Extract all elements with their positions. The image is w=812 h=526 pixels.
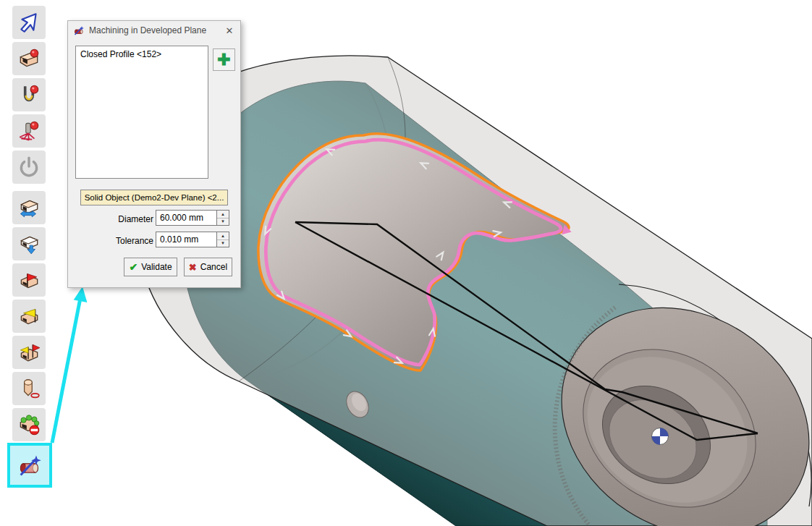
dialog-titlebar[interactable]: Machining in Developed Plane xyxy=(68,21,240,40)
diameter-spin-up-icon[interactable]: ▲ xyxy=(217,211,229,219)
machining-developed-plane-tool-button[interactable] xyxy=(7,443,52,488)
plus-icon: ✚ xyxy=(217,52,230,68)
tolerance-label: Tolerance xyxy=(68,236,153,246)
select-tool-button[interactable] xyxy=(12,6,46,39)
stock-box-icon xyxy=(17,46,41,71)
machining-developed-plane-dialog: Machining in Developed Plane ✕ Closed Pr… xyxy=(67,20,241,288)
add-profile-button[interactable]: ✚ xyxy=(213,48,235,71)
tolerance-spin-up-icon[interactable]: ▲ xyxy=(217,232,229,240)
box-rotate-icon xyxy=(17,195,41,220)
power-icon xyxy=(17,155,41,179)
dialog-title-icon xyxy=(73,25,85,36)
probe-fan-tool-button[interactable] xyxy=(12,114,46,148)
two-flags-tool-button[interactable] xyxy=(12,336,46,369)
origin-marker xyxy=(652,428,669,445)
yellow-flag-tool-button[interactable] xyxy=(12,300,46,333)
stock-box-tool-button[interactable] xyxy=(12,42,46,75)
profile-listbox[interactable]: Closed Profile <152> xyxy=(75,46,208,179)
application-window: Machining in Developed Plane ✕ Closed Pr… xyxy=(0,0,812,526)
diameter-label: Diameter xyxy=(68,214,153,224)
x-icon: ✖ xyxy=(189,262,197,273)
cylinder-tool-icon xyxy=(17,376,41,401)
cancel-button[interactable]: ✖ Cancel xyxy=(184,258,232,276)
cursor-arrow-icon xyxy=(17,10,41,35)
list-item-closed-profile[interactable]: Closed Profile <152> xyxy=(76,46,208,62)
check-icon: ✔ xyxy=(129,261,138,273)
machining-developed-plane-icon xyxy=(17,452,43,478)
validate-button-label: Validate xyxy=(141,262,172,272)
close-icon[interactable]: ✕ xyxy=(223,24,236,37)
tolerance-spin-down-icon[interactable]: ▼ xyxy=(217,240,229,247)
box-balls-restrict-icon xyxy=(17,412,41,437)
tolerance-spinbox: 0.010 mm ▲ ▼ xyxy=(156,232,229,247)
solid-object-chip[interactable]: Solid Object (Demo2-Dev Plane) <2... xyxy=(80,190,228,205)
drill-probe-tool-button[interactable] xyxy=(12,78,46,111)
cancel-button-label: Cancel xyxy=(200,262,227,272)
red-flag-tool-button[interactable] xyxy=(12,263,46,297)
box-yellow-flag-icon xyxy=(17,304,41,328)
box-two-flags-icon xyxy=(17,340,41,365)
box-red-flag-icon xyxy=(17,268,41,292)
validate-button[interactable]: ✔ Validate xyxy=(124,258,177,276)
tool-palette xyxy=(0,0,62,526)
balls-restrict-tool-button[interactable] xyxy=(12,408,46,441)
diameter-spin-down-icon[interactable]: ▼ xyxy=(217,219,229,226)
diameter-spinbox: 60.000 mm ▲ ▼ xyxy=(156,210,229,226)
box-extract-tool-button[interactable] xyxy=(12,227,46,260)
box-rotate-tool-button[interactable] xyxy=(12,191,46,224)
box-extract-icon xyxy=(17,232,41,256)
cylinder-tool-button[interactable] xyxy=(12,372,46,405)
drill-probe-icon xyxy=(17,82,41,107)
power-tool-button[interactable] xyxy=(12,150,46,184)
diameter-input[interactable]: 60.000 mm xyxy=(156,210,217,226)
dialog-title: Machining in Developed Plane xyxy=(89,25,206,35)
tolerance-input[interactable]: 0.010 mm xyxy=(156,232,217,247)
probe-fan-icon xyxy=(17,119,41,143)
